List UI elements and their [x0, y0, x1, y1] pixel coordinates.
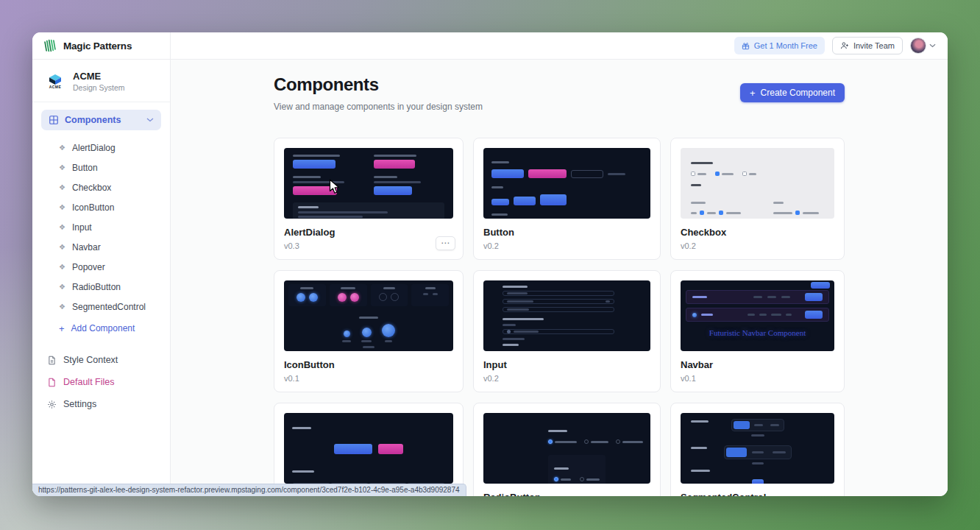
card-version: v0.3: [284, 241, 453, 250]
workspace-subtitle: Design System: [73, 83, 125, 92]
page-header-text: Components View and manage components in…: [274, 74, 483, 112]
component-icon: ❖: [59, 264, 65, 271]
sidebar-item-label: Popover: [72, 262, 105, 272]
navbar-thumb-caption: Futuristic Navbar Component: [681, 328, 834, 337]
get-month-free-button[interactable]: Get 1 Month Free: [734, 37, 825, 54]
card-button[interactable]: Button v0.2: [473, 138, 661, 260]
card-title: AlertDialog: [284, 227, 453, 238]
page-subtitle: View and manage components in your desig…: [274, 102, 483, 112]
card-popover[interactable]: Popover v0.2: [274, 403, 464, 496]
alertdialog-thumb-code: [293, 202, 444, 219]
page-header: Components View and manage components in…: [274, 74, 845, 112]
page-title: Components: [274, 74, 483, 95]
sidebar-item-label: Checkbox: [72, 183, 111, 193]
input-thumbnail: [483, 280, 650, 351]
card-iconbutton[interactable]: IconButton v0.1: [274, 270, 464, 392]
sidebar-item-label: SegmentedControl: [72, 302, 146, 312]
brand-name: Magic Patterns: [63, 40, 132, 52]
card-checkbox[interactable]: Checkbox v0.2: [670, 138, 845, 260]
sidebar-item-iconbutton[interactable]: ❖IconButton: [41, 197, 161, 217]
sidebar-item-label: Button: [72, 163, 98, 173]
workspace-switcher[interactable]: ACME ACME Design System: [32, 64, 170, 102]
sidebar-item-alertdialog[interactable]: ❖AlertDialog: [41, 138, 161, 158]
sidebar-item-default-files[interactable]: Default Files: [41, 371, 161, 393]
sidebar-item-label: Input: [72, 222, 92, 233]
add-component-button[interactable]: + Add Component: [41, 318, 161, 339]
component-icon: ❖: [59, 184, 65, 191]
main-content: Components View and manage components in…: [171, 60, 948, 496]
card-radiobutton[interactable]: RadioButton v0.1: [473, 403, 661, 496]
create-component-label: Create Component: [761, 88, 835, 98]
brand-logo-cell[interactable]: Magic Patterns: [32, 32, 171, 59]
iconbutton-thumbnail: [284, 280, 453, 351]
button-thumb-sizes: [491, 178, 642, 205]
create-component-button[interactable]: + Create Component: [740, 83, 845, 102]
component-icon: ❖: [59, 144, 65, 152]
radiobutton-thumbnail: [483, 413, 650, 484]
file-icon: [47, 378, 57, 387]
topbar-actions: Get 1 Month Free Invite Team: [734, 32, 948, 59]
sidebar-item-popover[interactable]: ❖Popover: [41, 257, 161, 277]
checkbox-thumb-sizes: [691, 172, 824, 176]
checkbox-thumb-states: [691, 194, 824, 219]
file-text-icon: [47, 356, 57, 365]
sidebar-item-navbar[interactable]: ❖Navbar: [41, 237, 161, 257]
sidebar-item-segmentedcontrol[interactable]: ❖SegmentedControl: [41, 297, 161, 317]
button-thumb-variants: [491, 153, 642, 178]
default-files-label: Default Files: [63, 377, 114, 387]
component-icon: ❖: [59, 224, 65, 231]
radiobutton-thumb-group-2: [548, 455, 606, 484]
popover-thumbnail: [284, 413, 453, 484]
segmentedcontrol-thumb-row-2: [691, 445, 824, 464]
sidebar-nav-components[interactable]: Components: [41, 110, 161, 130]
invite-team-button[interactable]: Invite Team: [832, 37, 903, 54]
card-input[interactable]: Input v0.2: [473, 270, 661, 392]
app-body: ACME ACME Design System Components ❖Aler…: [32, 60, 948, 496]
card-alertdialog[interactable]: AlertDialog v0.3 ⋯: [274, 138, 464, 260]
alertdialog-thumbnail: [284, 148, 453, 219]
card-segmentedcontrol[interactable]: SegmentedControl v0.2: [670, 403, 845, 496]
card-title: IconButton: [284, 359, 453, 370]
sidebar-item-button[interactable]: ❖Button: [41, 158, 161, 177]
workspace-info: ACME Design System: [73, 71, 125, 92]
iconbutton-thumb-sizes: [284, 317, 453, 342]
grid-icon: [49, 115, 59, 125]
sidebar-item-style-context[interactable]: Style Context: [41, 349, 161, 371]
card-version: v0.1: [284, 374, 453, 383]
card-title: Navbar: [681, 359, 834, 370]
checkbox-thumbnail: [681, 148, 834, 219]
alertdialog-thumb-buttons: [284, 148, 453, 199]
navbar-thumb-bar-1: [686, 290, 829, 304]
magic-patterns-logo-icon: [43, 38, 57, 53]
card-title: Checkbox: [681, 227, 834, 238]
add-component-label: Add Component: [71, 323, 135, 333]
component-icon: ❖: [59, 283, 65, 291]
sidebar-item-label: AlertDialog: [72, 143, 116, 153]
settings-label: Settings: [63, 399, 96, 409]
sidebar-item-radiobutton[interactable]: ❖RadioButton: [41, 277, 161, 297]
card-version: v0.2: [483, 374, 650, 383]
sidebar-item-input[interactable]: ❖Input: [41, 217, 161, 237]
avatar: [910, 38, 926, 54]
component-icon: ❖: [59, 244, 65, 251]
user-menu[interactable]: [910, 38, 936, 54]
navbar-thumb-bar-2: [686, 308, 829, 322]
card-title: Button: [483, 227, 650, 238]
plus-icon: +: [59, 324, 65, 333]
sidebar-item-label: Navbar: [72, 242, 101, 252]
chevron-down-icon: [146, 118, 154, 122]
topbar: Magic Patterns Get 1 Month Free Invite T…: [32, 32, 948, 60]
acme-logo-text: ACME: [49, 85, 62, 89]
navbar-thumbnail: Futuristic Navbar Component: [681, 280, 834, 351]
radiobutton-thumb-group-1: [548, 422, 643, 444]
card-menu-button[interactable]: ⋯: [436, 236, 455, 250]
card-title: RadioButton: [483, 492, 650, 496]
card-navbar[interactable]: Futuristic Navbar Component Navbar v0.1: [670, 270, 845, 392]
segmentedcontrol-thumbnail: [681, 413, 834, 484]
card-title: SegmentedControl: [681, 492, 834, 496]
sidebar-item-settings[interactable]: Settings: [41, 393, 161, 415]
sidebar-item-checkbox[interactable]: ❖Checkbox: [41, 177, 161, 197]
button-thumbnail: [483, 148, 650, 219]
button-thumb-icons: [491, 205, 642, 219]
sidebar-item-label: IconButton: [72, 202, 114, 213]
